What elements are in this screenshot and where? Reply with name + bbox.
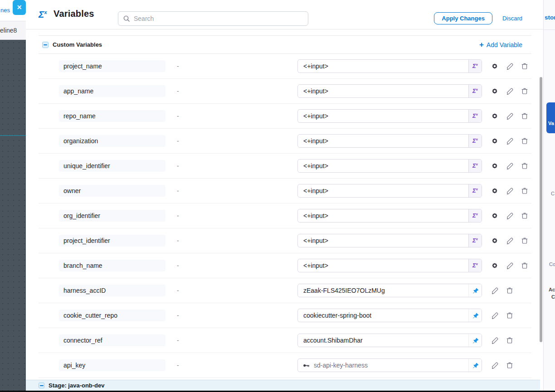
variable-value-input[interactable]: <+input> Σx [297, 259, 482, 272]
variable-name-field[interactable]: unique_identifier [59, 160, 166, 172]
edit-icon[interactable] [506, 261, 514, 270]
delete-icon[interactable] [521, 62, 529, 70]
close-button[interactable]: ✕ [13, 0, 26, 15]
settings-icon[interactable] [491, 137, 499, 145]
delete-icon[interactable] [521, 87, 529, 95]
variable-value-input[interactable]: <+input> Σx [297, 59, 482, 73]
runtime-input-icon[interactable]: Σx [468, 259, 482, 272]
variable-name-field[interactable]: organization [59, 135, 166, 147]
variable-name-field[interactable]: connector_ref [59, 334, 166, 346]
edit-icon[interactable] [506, 162, 514, 170]
variable-name-field[interactable]: org_identifier [59, 210, 166, 222]
edit-icon[interactable] [491, 361, 499, 369]
delete-icon[interactable] [521, 112, 529, 120]
delete-icon[interactable] [521, 261, 529, 270]
variable-value-input[interactable]: <+input> Σx [297, 159, 482, 173]
settings-icon[interactable] [491, 112, 499, 120]
variables-list: project_name - <+input> Σx app_name - [39, 54, 531, 378]
edit-icon[interactable] [506, 187, 514, 195]
variable-type: - [166, 237, 297, 244]
variable-name-field[interactable]: harness_accID [59, 285, 166, 296]
variable-value-input[interactable]: zEaak-FLS425IEO7OLzMUg [297, 284, 482, 297]
edit-icon[interactable] [506, 87, 514, 95]
runtime-input-icon[interactable]: Σx [468, 135, 482, 147]
edit-icon[interactable] [491, 336, 499, 344]
runtime-input-icon[interactable]: Σx [468, 85, 482, 97]
section-label: Custom Variables [53, 41, 102, 48]
variable-name-field[interactable]: repo_name [59, 110, 166, 122]
variable-name-field[interactable]: cookie_cutter_repo [59, 310, 166, 321]
variable-value-input[interactable]: <+input> Σx [297, 109, 482, 123]
right-rail-selected-tab[interactable]: Va [546, 102, 555, 133]
row-actions [491, 286, 514, 295]
search-input[interactable] [134, 15, 303, 22]
pin-icon[interactable] [468, 284, 482, 297]
add-variable-button[interactable]: + Add Variable [479, 41, 522, 48]
runtime-input-icon[interactable]: Σx [468, 209, 482, 222]
settings-icon[interactable] [491, 62, 499, 70]
variable-name-field[interactable]: api_key [59, 359, 166, 371]
variable-name-field[interactable]: branch_name [59, 260, 166, 271]
edit-icon[interactable] [506, 237, 514, 245]
variable-value-input[interactable]: sd-api-key-harness [297, 358, 482, 372]
runtime-input-icon[interactable]: Σx [468, 110, 482, 122]
variable-value-input[interactable]: account.ShibamDhar [297, 334, 482, 347]
variable-value-input[interactable]: cookiecutter-spring-boot [297, 309, 482, 322]
runtime-input-icon[interactable]: Σx [468, 160, 482, 172]
apply-changes-button[interactable]: Apply Changes [434, 12, 492, 24]
variable-name: repo_name [63, 112, 96, 120]
edit-icon[interactable] [506, 62, 514, 70]
collapse-icon[interactable] [42, 42, 49, 48]
delete-icon[interactable] [506, 361, 514, 369]
delete-icon[interactable] [521, 187, 529, 195]
variable-name-field[interactable]: owner [59, 185, 166, 197]
settings-icon[interactable] [491, 87, 499, 95]
right-rail-fragment: Ac [549, 287, 555, 292]
delete-icon[interactable] [521, 137, 529, 145]
variable-row: repo_name - <+input> Σx [39, 104, 531, 129]
edit-icon[interactable] [506, 137, 514, 145]
edit-icon[interactable] [506, 212, 514, 220]
variable-name-field[interactable]: project_name [59, 60, 166, 72]
scrollbar-thumb[interactable] [540, 77, 542, 342]
variable-name-field[interactable]: app_name [59, 85, 166, 97]
runtime-input-icon[interactable]: Σx [468, 60, 482, 73]
pin-icon[interactable] [468, 359, 482, 372]
runtime-input-icon[interactable]: Σx [468, 234, 482, 247]
edit-icon[interactable] [506, 112, 514, 120]
variable-value-input[interactable]: <+input> Σx [297, 184, 482, 198]
breadcrumb-fragment[interactable]: nes [0, 7, 10, 14]
variable-value: <+input> [298, 212, 468, 219]
right-rail-tab-label: Va [548, 121, 554, 126]
pin-icon[interactable] [468, 334, 482, 347]
delete-icon[interactable] [506, 311, 514, 319]
variable-type: - [166, 262, 297, 269]
delete-icon[interactable] [506, 336, 514, 344]
pipeline-tab-fragment[interactable]: eline8 [0, 27, 17, 34]
variable-value-input[interactable]: <+input> Σx [297, 84, 482, 98]
pin-icon[interactable] [468, 309, 482, 322]
collapse-icon[interactable] [39, 382, 44, 388]
stage-section-label: Stage: java-onb-dev [49, 382, 105, 389]
variable-row: cookie_cutter_repo - cookiecutter-spring… [39, 303, 531, 328]
variable-value-input[interactable]: <+input> Σx [297, 209, 482, 223]
delete-icon[interactable] [521, 162, 529, 170]
delete-icon[interactable] [521, 212, 529, 220]
variable-value-input[interactable]: <+input> Σx [297, 134, 482, 148]
variable-name-field[interactable]: project_identifier [59, 235, 166, 247]
variable-value-input[interactable]: <+input> Σx [297, 234, 482, 247]
stage-section-header[interactable]: Stage: java-onb-dev [26, 380, 540, 391]
settings-icon[interactable] [491, 212, 499, 220]
edit-icon[interactable] [491, 286, 499, 295]
delete-icon[interactable] [521, 237, 529, 245]
delete-icon[interactable] [506, 286, 514, 295]
edit-icon[interactable] [491, 311, 499, 319]
settings-icon[interactable] [491, 187, 499, 195]
settings-icon[interactable] [491, 237, 499, 245]
settings-icon[interactable] [491, 162, 499, 170]
discard-button[interactable]: Discard [502, 15, 522, 22]
search-box[interactable] [118, 11, 308, 26]
right-top-fragment[interactable]: stor [545, 14, 555, 21]
runtime-input-icon[interactable]: Σx [468, 184, 482, 197]
settings-icon[interactable] [491, 261, 499, 270]
